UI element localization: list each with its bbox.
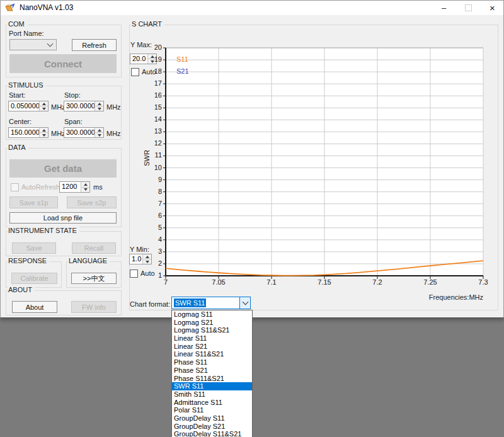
- state-save-label: Save: [26, 244, 42, 252]
- dropdown-item[interactable]: Logmag S11: [172, 310, 252, 319]
- dropdown-item[interactable]: GroupDelay S21: [172, 423, 252, 431]
- stop-label: Stop:: [64, 91, 81, 99]
- spin-down-icon: [98, 134, 101, 137]
- y-tick-label: 19: [145, 55, 162, 63]
- center-spinner[interactable]: [39, 128, 48, 137]
- fw-info-label: FW info: [82, 304, 106, 311]
- spin-up-icon: [98, 129, 101, 132]
- spin-down-icon: [42, 134, 46, 137]
- span-field[interactable]: 300.000000: [64, 127, 104, 138]
- minimize-button[interactable]: –: [432, 1, 456, 15]
- stop-field[interactable]: 300.000000: [64, 101, 104, 111]
- center-label: Center:: [9, 118, 32, 125]
- dropdown-item[interactable]: Logmag S21: [172, 319, 252, 327]
- dropdown-item[interactable]: GroupDelay S11: [172, 414, 252, 423]
- y-tick-label: 15: [145, 103, 162, 111]
- center-value: 150.000000: [9, 128, 39, 137]
- center-field[interactable]: 150.000000: [8, 127, 49, 138]
- about-group: ABOUT About FW info: [6, 290, 122, 315]
- dropdown-item[interactable]: Phase S11: [172, 358, 252, 366]
- span-label: Span:: [64, 118, 83, 125]
- y-min-auto-checkbox[interactable]: [130, 270, 138, 278]
- interval-field[interactable]: 1200: [59, 181, 90, 193]
- dropdown-item[interactable]: Logmag S11&S21: [172, 326, 252, 334]
- x-tick-label: 7.1: [258, 278, 285, 286]
- spin-up-icon: [42, 129, 46, 132]
- legend-s11: S11: [176, 55, 188, 63]
- y-min-value: 1.0: [130, 254, 142, 264]
- calibrate-button[interactable]: Calibrate: [11, 273, 57, 284]
- about-label: About: [26, 304, 44, 311]
- y-tick-label: 6: [145, 212, 162, 219]
- window-title: NanoVNA v1.03: [20, 3, 73, 12]
- y-tick-label: 16: [145, 91, 162, 99]
- data-group: DATA Get data AutoRefresh 1200 ms Save s…: [6, 148, 122, 227]
- y-tick-label: 3: [145, 247, 162, 255]
- spin-up-icon: [84, 183, 88, 186]
- instrument-state-group-title: INSTRUMENT STATE: [8, 227, 79, 234]
- interval-value: 1200: [60, 182, 81, 192]
- start-value: 0.050000: [9, 101, 39, 111]
- stop-value: 300.000000: [64, 101, 94, 111]
- span-unit: MHz: [106, 130, 121, 137]
- y-tick-label: 2: [145, 259, 162, 267]
- dropdown-item[interactable]: Admittance S11: [172, 399, 252, 407]
- autorefresh-label: AutoRefresh: [21, 183, 60, 191]
- language-group: LANGUAGE >>中文: [66, 261, 122, 288]
- save-s1p-button[interactable]: Save s1p: [9, 196, 58, 208]
- autorefresh-checkbox[interactable]: [11, 183, 19, 191]
- connect-button[interactable]: Connect: [9, 54, 117, 73]
- dropdown-item[interactable]: Polar S11: [172, 406, 252, 414]
- y-tick-label: 5: [145, 224, 162, 231]
- fw-info-button[interactable]: FW info: [71, 301, 117, 313]
- x-axis-title: Frequencies:MHz: [391, 293, 483, 301]
- spin-down-icon: [98, 108, 101, 110]
- x-tick-label: 7.05: [205, 278, 232, 286]
- dropdown-item[interactable]: Phase S21: [172, 366, 252, 375]
- save-s2p-button[interactable]: Save s2p: [67, 196, 117, 208]
- spin-up-icon: [146, 256, 149, 258]
- x-tick-label: 7.15: [311, 278, 338, 286]
- y-tick-label: 17: [145, 79, 162, 87]
- chart-format-combobox[interactable]: SWR S11: [171, 297, 251, 309]
- y-tick-label: 12: [145, 139, 162, 147]
- y-tick-label: 7: [145, 200, 162, 207]
- spin-down-icon: [42, 108, 46, 110]
- dropdown-item[interactable]: Linear S21: [172, 343, 252, 351]
- state-save-button[interactable]: Save: [12, 242, 56, 254]
- start-field[interactable]: 0.050000: [8, 101, 49, 111]
- data-group-title: DATA: [8, 144, 28, 151]
- chevron-down-icon: [47, 41, 54, 47]
- stop-spinner[interactable]: [94, 101, 103, 111]
- get-data-label: Get data: [44, 163, 82, 174]
- y-tick-label: 18: [145, 67, 162, 75]
- language-group-title: LANGUAGE: [68, 257, 110, 264]
- response-group: RESPONSE Calibrate: [6, 261, 62, 288]
- dropdown-item[interactable]: SWR S11: [172, 382, 252, 390]
- refresh-button[interactable]: Refresh: [72, 39, 117, 51]
- span-spinner[interactable]: [94, 128, 103, 137]
- close-button[interactable]: ×: [481, 1, 504, 15]
- spin-down-icon: [84, 188, 88, 191]
- x-tick-label: 7.2: [364, 278, 391, 286]
- maximize-icon: [465, 4, 472, 11]
- dropdown-item[interactable]: GroupDelay S11&S21: [172, 430, 252, 437]
- dropdown-item[interactable]: Smith S11: [172, 390, 252, 399]
- y-max-auto-checkbox[interactable]: [131, 68, 139, 76]
- load-snp-file-button[interactable]: Load snp file: [9, 212, 117, 224]
- interval-spinner[interactable]: [81, 182, 89, 192]
- about-button[interactable]: About: [12, 301, 57, 313]
- chart-format-dropdown-button[interactable]: [239, 297, 250, 309]
- maximize-button[interactable]: [456, 1, 481, 15]
- port-name-combobox[interactable]: [9, 39, 57, 50]
- dropdown-item[interactable]: Linear S11: [172, 334, 252, 343]
- get-data-button[interactable]: Get data: [9, 159, 117, 178]
- y-tick-label: 4: [145, 236, 162, 243]
- start-spinner[interactable]: [39, 101, 48, 111]
- calibrate-label: Calibrate: [20, 275, 48, 282]
- dropdown-item[interactable]: Linear S11&S21: [172, 350, 252, 358]
- y-tick-label: 20: [145, 43, 162, 51]
- state-recall-button[interactable]: Recall: [72, 242, 116, 254]
- dropdown-item[interactable]: Phase S11&S21: [172, 375, 252, 383]
- language-button[interactable]: >>中文: [71, 273, 117, 284]
